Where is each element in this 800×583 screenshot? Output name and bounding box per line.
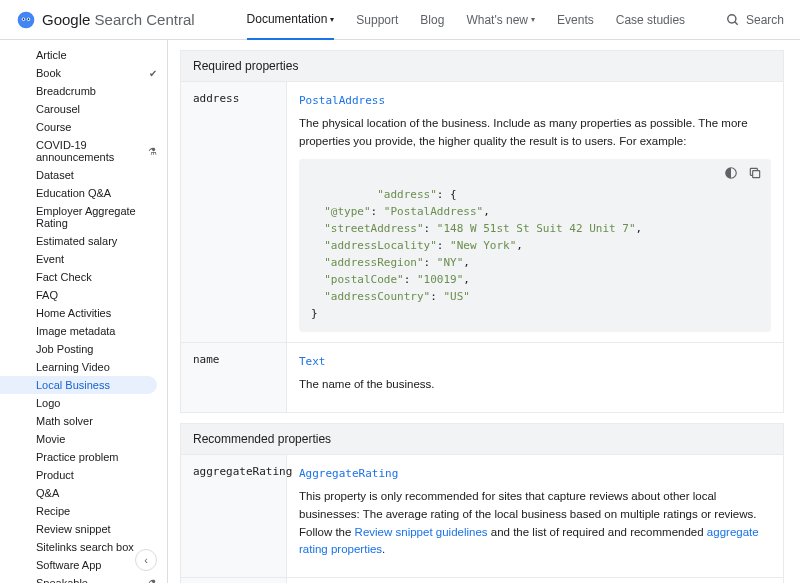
sidebar-item-label: Q&A [36,487,59,499]
top-nav: Documentation▾ Support Blog What's new▾ … [247,0,686,39]
nav-events[interactable]: Events [557,1,594,39]
chevron-down-icon: ▾ [330,15,334,24]
svg-rect-7 [753,170,760,177]
nav-blog[interactable]: Blog [420,1,444,39]
sidebar-item-logo[interactable]: Logo [0,394,167,412]
search-label: Search [746,13,784,27]
sidebar-item-dataset[interactable]: Dataset [0,166,167,184]
sidebar-item-label: Article [36,49,67,61]
sidebar-item-label: Dataset [36,169,74,181]
search-button[interactable]: Search [726,13,784,27]
property-description: The physical location of the business. I… [299,115,771,151]
sidebar: ArticleBook✔BreadcrumbCarouselCourseCOVI… [0,40,168,583]
sidebar-item-movie[interactable]: Movie [0,430,167,448]
sidebar-item-label: Math solver [36,415,93,427]
sidebar-item-breadcrumb[interactable]: Breadcrumb [0,82,167,100]
recommended-properties-header: Recommended properties [180,423,784,455]
dark-mode-icon [724,166,738,180]
sidebar-item-label: Estimated salary [36,235,117,247]
sidebar-item-label: COVID-19 announcements [36,139,148,163]
sidebar-item-speakable[interactable]: Speakable⚗ [0,574,167,583]
sidebar-item-practice-problem[interactable]: Practice problem [0,448,167,466]
sidebar-item-carousel[interactable]: Carousel [0,100,167,118]
copy-button[interactable] [747,165,763,181]
svg-point-3 [23,18,25,20]
required-properties-header: Required properties [180,50,784,82]
property-description: The name of the business. [299,376,771,394]
review-snippet-link[interactable]: Review snippet guidelines [355,526,488,538]
sidebar-item-article[interactable]: Article [0,46,167,64]
theme-toggle-button[interactable] [723,165,739,181]
nav-documentation[interactable]: Documentation▾ [247,0,335,40]
sidebar-item-label: Event [36,253,64,265]
property-type-link[interactable]: PostalAddress [299,92,385,109]
sidebar-item-covid-19-announcements[interactable]: COVID-19 announcements⚗ [0,136,167,166]
sidebar-item-label: Breadcrumb [36,85,96,97]
nav-whats-new[interactable]: What's new▾ [466,1,535,39]
property-row-department: department LocalBusiness A nested item f… [180,578,784,583]
sidebar-item-label: Fact Check [36,271,92,283]
code-example: "address": { "@type": "PostalAddress", "… [299,159,771,332]
sidebar-item-estimated-salary[interactable]: Estimated salary [0,232,167,250]
sidebar-item-learning-video[interactable]: Learning Video [0,358,167,376]
main-content: Required properties address PostalAddres… [168,40,800,583]
chevron-down-icon: ▾ [531,15,535,24]
google-bot-icon [16,10,36,30]
sidebar-item-label: Practice problem [36,451,119,463]
property-name: department [181,578,287,583]
sidebar-item-label: Local Business [36,379,110,391]
collapse-sidebar-button[interactable]: ‹ [135,549,157,571]
sidebar-item-faq[interactable]: FAQ [0,286,167,304]
chevron-left-icon: ‹ [144,554,148,566]
sidebar-item-local-business[interactable]: Local Business [0,376,157,394]
sidebar-item-label: Course [36,121,71,133]
property-type-link[interactable]: Text [299,353,326,370]
sidebar-item-label: Book [36,67,61,79]
sidebar-item-review-snippet[interactable]: Review snippet [0,520,167,538]
sidebar-item-label: Image metadata [36,325,116,337]
sidebar-item-image-metadata[interactable]: Image metadata [0,322,167,340]
property-name: address [181,82,287,342]
sidebar-item-product[interactable]: Product [0,466,167,484]
copy-icon [748,166,762,180]
property-type-link[interactable]: AggregateRating [299,465,398,482]
property-row-name: name Text The name of the business. [180,343,784,413]
sidebar-item-event[interactable]: Event [0,250,167,268]
sidebar-item-label: Logo [36,397,60,409]
svg-point-4 [28,18,30,20]
verified-icon: ✔ [149,68,157,79]
sidebar-item-job-posting[interactable]: Job Posting [0,340,167,358]
experiment-icon: ⚗ [148,146,157,157]
sidebar-item-course[interactable]: Course [0,118,167,136]
sidebar-item-recipe[interactable]: Recipe [0,502,167,520]
sidebar-item-employer-aggregate-rating[interactable]: Employer Aggregate Rating [0,202,167,232]
sidebar-item-label: Review snippet [36,523,111,535]
sidebar-item-label: Employer Aggregate Rating [36,205,167,229]
search-icon [726,13,740,27]
sidebar-item-label: FAQ [36,289,58,301]
sidebar-item-label: Learning Video [36,361,110,373]
sidebar-item-label: Sitelinks search box [36,541,134,553]
property-row-aggregate-rating: aggregateRating AggregateRating This pro… [180,455,784,578]
property-row-address: address PostalAddress The physical locat… [180,82,784,343]
property-description: This property is only recommended for si… [299,488,771,559]
nav-case-studies[interactable]: Case studies [616,1,685,39]
sidebar-item-label: Recipe [36,505,70,517]
experiment-icon: ⚗ [148,578,157,584]
sidebar-item-label: Carousel [36,103,80,115]
sidebar-item-home-activities[interactable]: Home Activities [0,304,167,322]
sidebar-item-fact-check[interactable]: Fact Check [0,268,167,286]
logo[interactable]: Google Search Central [16,10,195,30]
sidebar-item-label: Product [36,469,74,481]
sidebar-item-label: Movie [36,433,65,445]
sidebar-item-math-solver[interactable]: Math solver [0,412,167,430]
svg-line-6 [735,21,738,24]
sidebar-item-label: Speakable [36,577,88,583]
sidebar-item-label: Home Activities [36,307,111,319]
nav-support[interactable]: Support [356,1,398,39]
sidebar-item-label: Software App [36,559,101,571]
logo-text: Google Search Central [42,11,195,28]
sidebar-item-q-a[interactable]: Q&A [0,484,167,502]
sidebar-item-book[interactable]: Book✔ [0,64,167,82]
sidebar-item-education-q-a[interactable]: Education Q&A [0,184,167,202]
